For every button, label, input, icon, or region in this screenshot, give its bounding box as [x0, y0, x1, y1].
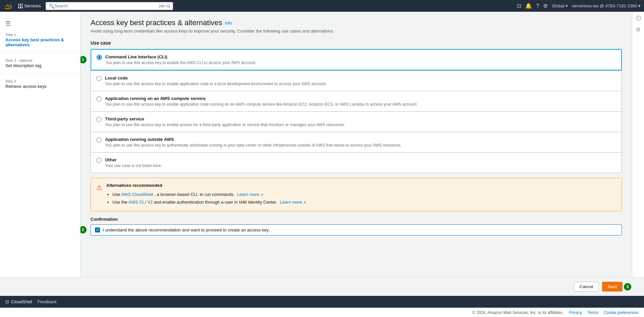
step-badge-2: 2	[80, 226, 87, 233]
learn-more-1-link[interactable]: Learn more	[237, 192, 259, 197]
copyright-text: © 2024, Amazon Web Services, Inc. or its…	[472, 310, 564, 315]
sidebar: ☰ Step 1 Access key best practices & alt…	[0, 12, 80, 277]
option-outside-aws-title: Application running outside AWS	[105, 137, 401, 142]
learn-more-2-link[interactable]: Learn more	[280, 200, 302, 205]
sidebar-step-3: Step 3 Retrieve access keys	[0, 76, 80, 92]
step1-title: Access key best practices & alternatives	[5, 37, 75, 47]
step-badge-1: 1	[80, 56, 87, 63]
option-third-party[interactable]: Third-party service You plan to use this…	[91, 111, 622, 132]
aws-cliv2-link[interactable]: AWS CLI V2	[128, 200, 153, 205]
feedback-button[interactable]: Feedback	[38, 299, 57, 304]
sidebar-divider-2	[0, 73, 80, 74]
cookie-preferences-link[interactable]: Cookie preferences	[604, 310, 639, 315]
option-aws-compute[interactable]: Application running on an AWS compute se…	[91, 91, 622, 112]
nav-right: ⊡ 🔔 ? ⚙ Global ▾ serverless-ws @ 4783-71…	[517, 3, 641, 9]
cancel-button[interactable]: Cancel	[574, 282, 599, 292]
terminal-icon[interactable]: ⊡	[517, 3, 521, 9]
external-icon-2: ↗	[303, 201, 306, 204]
external-icon-1: ↗	[261, 193, 263, 197]
bottom-bar: ⊡ CloudShell Feedback	[0, 296, 644, 308]
global-label: Global	[552, 3, 565, 8]
checkbox-checked-icon	[95, 227, 100, 232]
chevron-down-icon: ▾	[566, 3, 568, 8]
search-bar[interactable]: 🔍 [Alt+S]	[46, 2, 173, 10]
aws-cloudshell-link[interactable]: AWS CloudShell	[121, 192, 153, 197]
settings-icon[interactable]: ⚙	[543, 3, 548, 9]
option-local-code[interactable]: Local code You plan to use this access k…	[91, 70, 622, 91]
radio-local-code[interactable]	[96, 76, 102, 81]
use-case-label: Use case	[91, 40, 622, 46]
services-button[interactable]: Services	[16, 3, 43, 9]
copyright-bar: © 2024, Amazon Web Services, Inc. or its…	[0, 308, 644, 317]
option-local-code-title: Local code	[105, 75, 327, 81]
aws-logo[interactable]	[3, 3, 13, 9]
radio-cli[interactable]	[97, 55, 102, 60]
step3-title: Retrieve access keys	[5, 84, 75, 89]
option-aws-compute-desc: You plan to use this access key to enabl…	[105, 102, 418, 107]
step-badge-3: 3	[624, 283, 631, 290]
sidebar-step-1: Step 1 Access key best practices & alter…	[0, 30, 80, 50]
action-bar: Cancel Next 3	[0, 277, 644, 296]
sidebar-step-2: Step 2 - optional Set description tag	[0, 56, 80, 71]
option-other-title: Other	[105, 157, 162, 162]
search-input[interactable]	[54, 3, 157, 8]
step1-label: Step 1	[5, 33, 75, 37]
bell-icon[interactable]: 🔔	[525, 3, 532, 9]
right-panel: ⓘ ⊙	[632, 12, 644, 277]
option-local-code-desc: You plan to use this access key to enabl…	[105, 82, 327, 86]
global-button[interactable]: Global ▾	[552, 3, 568, 8]
option-third-party-title: Third-party service	[105, 116, 345, 121]
warning-item-1: Use AWS CloudShell , a browser-based CLI…	[112, 191, 616, 198]
search-shortcut: [Alt+S]	[159, 4, 170, 8]
grid-icon	[18, 4, 23, 8]
terms-link[interactable]: Terms	[587, 310, 598, 315]
cloudshell-button[interactable]: ⊡ CloudShell	[5, 299, 32, 304]
option-third-party-desc: You plan to use this access key to enabl…	[105, 122, 345, 127]
option-aws-compute-title: Application running on an AWS compute se…	[105, 96, 418, 101]
main-wrapper: ☰ Step 1 Access key best practices & alt…	[0, 12, 644, 277]
warning-item2-prefix: Use the	[112, 200, 128, 205]
right-history-icon[interactable]: ⊙	[636, 26, 640, 33]
warning-list: Use AWS CloudShell , a browser-based CLI…	[106, 191, 616, 206]
confirmation-section: Confirmation 2 I understand the above re…	[91, 217, 622, 235]
option-outside-aws-desc: You plan to use this access key to authe…	[105, 143, 401, 148]
option-other[interactable]: Other Your use case is not listed here.	[91, 152, 622, 173]
page-title: Access key best practices & alternatives…	[91, 18, 622, 27]
confirmation-label: Confirmation	[91, 217, 622, 222]
next-button[interactable]: Next	[602, 282, 623, 292]
radio-outside-aws[interactable]	[96, 137, 102, 143]
account-label: serverless-ws @ 4783-7191-2360	[572, 3, 637, 8]
warning-item-2: Use the AWS CLI V2 and enable authentica…	[112, 198, 616, 206]
radio-third-party[interactable]	[96, 117, 102, 122]
services-label: Services	[24, 3, 41, 8]
radio-aws-compute[interactable]	[96, 96, 102, 102]
page-subtitle: Avoid using long-term credentials like a…	[91, 29, 622, 34]
top-navigation: Services 🔍 [Alt+S] ⊡ 🔔 ? ⚙ Global ▾ serv…	[0, 0, 644, 12]
warning-item1-prefix: Use	[112, 192, 121, 197]
warning-title: Alternatives recommended	[106, 183, 616, 188]
radio-other[interactable]	[96, 158, 102, 163]
search-icon: 🔍	[49, 3, 54, 9]
info-link[interactable]: Info	[225, 20, 232, 25]
account-button[interactable]: serverless-ws @ 4783-7191-2360 ▾	[572, 3, 641, 8]
step2-title: Set description tag	[5, 63, 75, 68]
warning-box: ⚠ Alternatives recommended Use AWS Cloud…	[91, 178, 622, 211]
confirmation-text: I understand the above recommendation an…	[103, 227, 270, 232]
content-area: Access key best practices & alternatives…	[80, 12, 632, 277]
sidebar-toggle[interactable]: ☰	[0, 17, 80, 30]
option-outside-aws[interactable]: Application running outside AWS You plan…	[91, 132, 622, 153]
privacy-link[interactable]: Privacy	[569, 310, 582, 315]
warning-item1-suffix: , a browser-based CLI, to run commands.	[154, 192, 234, 197]
option-cli[interactable]: Command Line Interface (CLI) You plan to…	[91, 49, 622, 70]
option-cli-desc: You plan to use this access key to enabl…	[105, 60, 256, 65]
warning-icon: ⚠	[96, 183, 102, 206]
right-info-icon[interactable]: ⓘ	[636, 15, 641, 22]
confirmation-checkbox[interactable]: I understand the above recommendation an…	[91, 224, 622, 235]
warning-item2-suffix: and enable authentication through a user…	[154, 200, 277, 205]
warning-content: Alternatives recommended Use AWS CloudSh…	[106, 183, 616, 206]
cloudshell-label: CloudShell	[11, 299, 32, 304]
option-cli-title: Command Line Interface (CLI)	[105, 54, 256, 59]
help-icon[interactable]: ?	[536, 3, 539, 9]
step2-label: Step 2 - optional	[5, 58, 75, 62]
option-other-desc: Your use case is not listed here.	[105, 163, 162, 168]
